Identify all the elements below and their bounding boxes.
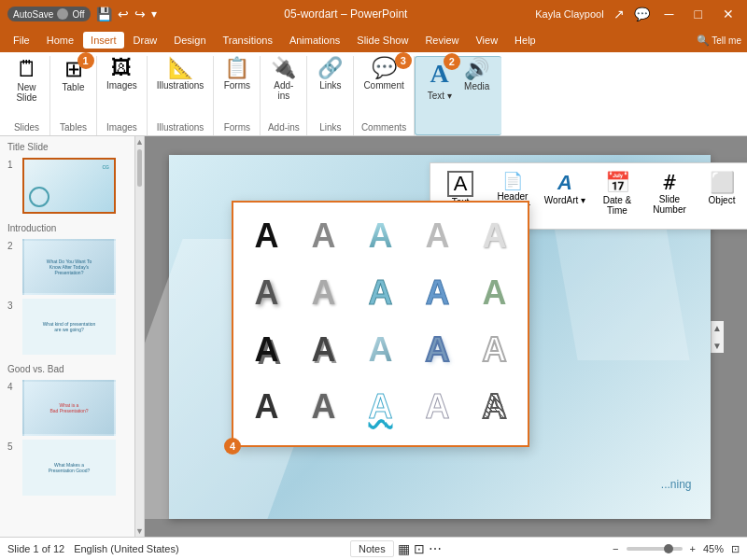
- menu-review[interactable]: Review: [417, 32, 466, 49]
- comment-icon: 💬: [372, 58, 397, 78]
- zoom-out-icon[interactable]: −: [613, 543, 618, 554]
- illustrations-button[interactable]: 📐 Illustrations: [153, 56, 208, 92]
- media-icon: 🔊: [464, 59, 489, 79]
- status-center: Notes ▦ ⊡ ⋯: [350, 540, 442, 557]
- object-button[interactable]: ⬜ Object: [698, 169, 746, 219]
- wordart-style-1-1[interactable]: A: [241, 210, 292, 261]
- slide-preview-3[interactable]: What kind of presentationare we going?: [22, 299, 116, 355]
- menu-design[interactable]: Design: [166, 32, 213, 49]
- wordart-style-3-5[interactable]: A: [469, 324, 520, 375]
- notes-button[interactable]: Notes: [350, 540, 394, 557]
- menu-insert[interactable]: Insert: [83, 32, 124, 49]
- comment-button[interactable]: 💬 3 Comment: [359, 56, 407, 92]
- media-button[interactable]: 🔊 Media: [460, 57, 494, 93]
- wordart-style-1-2[interactable]: A: [298, 210, 349, 261]
- menu-slideshow[interactable]: Slide Show: [349, 32, 416, 49]
- slide-thumb-2[interactable]: 2 What Do You Want ToKnow After Today'sP…: [7, 239, 127, 295]
- wordart-style-2-2[interactable]: A: [298, 267, 349, 318]
- zoom-level: 45%: [703, 543, 724, 554]
- slide-preview-2[interactable]: What Do You Want ToKnow After Today'sPre…: [22, 239, 116, 295]
- panel-scroll-down[interactable]: ▼: [135, 525, 144, 537]
- images-button[interactable]: 🖼 Images: [103, 56, 141, 92]
- wordart-style-3-3[interactable]: A: [355, 324, 406, 375]
- slide-number-icon: #: [663, 171, 675, 194]
- new-slide-button[interactable]: 🗒 NewSlide: [10, 56, 44, 105]
- slide-thumb-4[interactable]: 4 What is aBad Presentation?: [7, 380, 127, 436]
- links-button[interactable]: 🔗 Links: [314, 56, 347, 92]
- images-icon: 🖼: [111, 58, 132, 78]
- status-left: Slide 1 of 12 English (United States): [7, 543, 179, 554]
- view-slide-sorter-icon[interactable]: ⊡: [414, 541, 425, 556]
- panel-scroll-track[interactable]: [135, 147, 144, 525]
- wordart-row-2: A A A A A: [241, 267, 520, 318]
- wordart-style-2-4[interactable]: A: [412, 267, 463, 318]
- wordart-style-3-1[interactable]: A: [241, 324, 292, 375]
- table-button[interactable]: ⊞ Table 1: [57, 56, 91, 94]
- view-reading-icon[interactable]: ⋯: [429, 541, 442, 556]
- slide-thumb-5[interactable]: 5 What Makes aPresentation Good?: [7, 440, 127, 496]
- zoom-thumb[interactable]: [664, 544, 673, 553]
- maximize-button[interactable]: □: [689, 5, 708, 23]
- wordart-style-2-3[interactable]: A: [355, 267, 406, 318]
- view-normal-icon[interactable]: ▦: [398, 541, 410, 556]
- menu-home[interactable]: Home: [39, 32, 81, 49]
- zoom-slider[interactable]: [627, 547, 683, 551]
- slide-thumb-1[interactable]: 1 CG: [7, 158, 127, 214]
- menu-draw[interactable]: Draw: [126, 32, 165, 49]
- illustrations-icon: 📐: [168, 58, 193, 78]
- comments-icon[interactable]: 💬: [634, 7, 650, 21]
- comment-badge: 3: [395, 52, 412, 69]
- wordart-style-1-5[interactable]: A: [469, 210, 520, 261]
- slide-preview-5[interactable]: What Makes aPresentation Good?: [22, 440, 116, 496]
- wordart-style-2-1[interactable]: A: [241, 267, 292, 318]
- wordart-style-3-4[interactable]: A: [412, 324, 463, 375]
- panel-scroll-thumb[interactable]: [137, 149, 142, 187]
- wordart-row-1: A A A A A: [241, 210, 520, 261]
- wordart-style-1-4[interactable]: A: [412, 210, 463, 261]
- menu-help[interactable]: Help: [507, 32, 543, 49]
- date-time-button[interactable]: 📅 Date &Time: [593, 169, 641, 219]
- wordart-style-4-3[interactable]: A: [355, 381, 406, 432]
- scroll-up-arrow[interactable]: ▲: [712, 321, 724, 335]
- wordart-style-3-2[interactable]: A: [298, 324, 349, 375]
- wordart-style-1-3[interactable]: A: [355, 210, 406, 261]
- text-button[interactable]: A 2 Text ▾: [423, 57, 457, 103]
- wordart-style-4-4[interactable]: A: [412, 381, 463, 432]
- scroll-down-arrow[interactable]: ▼: [712, 339, 724, 353]
- menu-transitions[interactable]: Transitions: [216, 32, 280, 49]
- addins-icon: 🔌: [271, 58, 296, 78]
- share-icon[interactable]: ↗: [613, 7, 625, 21]
- slide-preview-4[interactable]: What is aBad Presentation?: [22, 380, 116, 436]
- addins-group-label: Add-ins: [268, 120, 300, 135]
- panel-scroll-up[interactable]: ▲: [135, 136, 144, 147]
- redo-icon[interactable]: ↪: [134, 7, 146, 21]
- menu-file[interactable]: File: [6, 32, 37, 49]
- slide-number-button[interactable]: # SlideNumber: [645, 169, 694, 219]
- wordart-style-4-5[interactable]: A: [469, 381, 520, 432]
- zoom-in-icon[interactable]: +: [690, 543, 696, 554]
- right-scrollbar[interactable]: ▲ ▼: [711, 321, 724, 353]
- save-icon[interactable]: 💾: [96, 7, 112, 21]
- slide-text-hint: ...ning: [661, 478, 692, 491]
- fit-slide-icon[interactable]: ⊡: [731, 543, 740, 555]
- autosave-toggle[interactable]: AutoSave Off: [7, 7, 91, 21]
- slide-preview-1[interactable]: CG: [22, 158, 116, 214]
- wordart-button[interactable]: A WordArt ▾: [541, 169, 589, 219]
- undo-icon[interactable]: ↩: [118, 7, 129, 21]
- wordart-style-4-1[interactable]: A: [241, 381, 292, 432]
- panel-scrollbar[interactable]: ▲ ▼: [134, 136, 144, 537]
- slide-thumb-3[interactable]: 3 What kind of presentationare we going?: [7, 299, 127, 355]
- addins-button[interactable]: 🔌 Add-ins: [267, 56, 301, 103]
- menu-animations[interactable]: Animations: [282, 32, 347, 49]
- menu-view[interactable]: View: [468, 32, 505, 49]
- search-icon[interactable]: 🔍: [697, 35, 710, 47]
- forms-button[interactable]: 📋 Forms: [220, 56, 254, 92]
- ribbon-group-links: 🔗 Links Links: [307, 56, 354, 135]
- table-badge: 1: [78, 52, 94, 69]
- text-badge: 2: [444, 53, 460, 70]
- close-button[interactable]: ✕: [717, 5, 740, 23]
- minimize-button[interactable]: ─: [659, 5, 680, 23]
- wordart-style-2-5[interactable]: A: [469, 267, 520, 318]
- tell-me[interactable]: Tell me: [712, 35, 741, 46]
- wordart-style-4-2[interactable]: A: [298, 381, 349, 432]
